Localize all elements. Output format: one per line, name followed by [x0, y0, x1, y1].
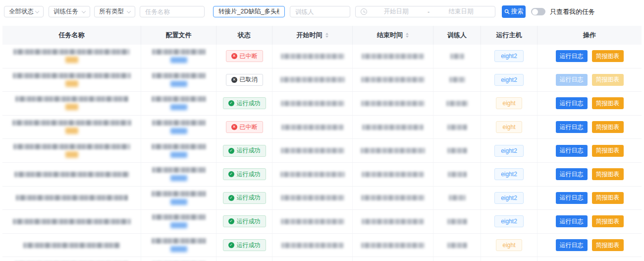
host-tag: eight2 — [494, 192, 524, 204]
report-chart-button[interactable]: 简报图表 — [592, 145, 624, 157]
cell-start-time — [272, 257, 353, 261]
header-start-time[interactable]: 开始时间 — [272, 26, 353, 45]
cell-host: eight2 — [481, 139, 537, 162]
report-chart-button[interactable]: 简报图表 — [592, 168, 624, 180]
toggle-knob — [532, 9, 538, 15]
report-chart-button[interactable]: 简报图表 — [592, 215, 624, 227]
run-log-button[interactable]: 运行日志 — [556, 168, 588, 180]
run-log-button[interactable]: 运行日志 — [556, 145, 588, 157]
status-icon: ✓ — [228, 242, 234, 248]
config-file-link[interactable] — [170, 222, 187, 228]
header-end-time[interactable]: 结束时间 — [353, 26, 433, 45]
cell-start-time — [272, 139, 353, 162]
run-log-button[interactable]: 运行日志 — [556, 50, 588, 62]
model-name-input[interactable] — [213, 6, 285, 17]
table-row: ✓ 运行成功 eight 运行日志 简报图表 — [2, 257, 642, 261]
host-tag: eight2 — [494, 215, 524, 227]
report-chart-button[interactable]: 简报图表 — [592, 97, 624, 109]
redacted-trainer — [447, 219, 467, 224]
header-trainer: 训练人 — [433, 26, 481, 45]
redacted-start-time — [280, 77, 345, 82]
report-chart-button[interactable]: 简报图表 — [592, 121, 624, 133]
cell-status: ✓ 运行成功 — [216, 163, 272, 186]
header-status: 状态 — [216, 26, 272, 45]
cell-task-name — [2, 257, 141, 261]
redacted-task-name — [12, 120, 131, 126]
task-name-input[interactable] — [140, 6, 205, 17]
config-file-link[interactable] — [170, 57, 187, 63]
trainer-input[interactable] — [290, 6, 350, 17]
sort-icon[interactable] — [406, 33, 409, 38]
cell-start-time — [272, 68, 353, 92]
status-badge: ✕ 已取消 — [226, 74, 263, 86]
cell-actions: 运行日志 简报图表 — [537, 139, 642, 162]
table-row: ✓ 运行成功 eight2 运行日志 简报图表 — [2, 139, 642, 163]
header-host: 运行主机 — [481, 26, 537, 45]
config-file-link[interactable] — [170, 81, 187, 87]
cell-trainer — [433, 139, 481, 162]
redacted-task-name — [13, 49, 130, 55]
redacted-trainer — [449, 195, 466, 200]
config-file-link[interactable] — [170, 175, 187, 181]
config-file-link[interactable] — [170, 152, 187, 158]
report-chart-button[interactable]: 简报图表 — [592, 239, 624, 251]
cell-host: eight2 — [481, 210, 537, 233]
redacted-task-name — [15, 96, 128, 102]
config-file-link[interactable] — [170, 128, 187, 134]
cell-task-name — [2, 163, 141, 186]
run-log-button[interactable]: 运行日志 — [556, 192, 588, 204]
cell-actions: 运行日志 简报图表 — [537, 187, 642, 210]
task-type-filter-value: 训练任务 — [54, 7, 78, 16]
config-file-link[interactable] — [170, 199, 187, 205]
redacted-end-time — [361, 77, 425, 82]
table-row: ✓ 运行成功 eight 运行日志 简报图表 — [2, 234, 642, 258]
cell-host: eight2 — [481, 163, 537, 186]
all-types-filter-select[interactable]: 所有类型 — [94, 6, 135, 17]
search-button[interactable]: 搜索 — [502, 5, 526, 18]
cell-end-time — [353, 139, 433, 162]
status-filter-select[interactable]: 全部状态 — [4, 6, 44, 17]
cell-config-file — [141, 210, 216, 233]
cell-status: ✓ 运行成功 — [216, 210, 272, 233]
redacted-start-time — [281, 101, 344, 106]
task-type-filter-select[interactable]: 训练任务 — [49, 6, 90, 17]
cell-start-time — [272, 163, 353, 186]
report-chart-button[interactable]: 简报图表 — [592, 74, 624, 86]
cell-end-time — [353, 116, 433, 139]
sort-icon[interactable] — [325, 33, 328, 38]
status-label: 运行成功 — [237, 241, 261, 250]
date-range-picker[interactable]: 开始日期 - 结束日期 — [355, 6, 495, 17]
status-badge: ✓ 运行成功 — [223, 168, 266, 180]
config-file-link[interactable] — [170, 246, 187, 252]
run-log-button[interactable]: 运行日志 — [556, 121, 588, 133]
table-body: ✕ 已中断 eight2 运行日志 简报图表 — [2, 45, 642, 261]
cell-actions: 运行日志 简报图表 — [537, 116, 642, 139]
status-icon: ✓ — [228, 100, 234, 106]
clock-icon — [361, 8, 367, 15]
report-chart-button[interactable]: 简报图表 — [592, 192, 624, 204]
cell-start-time — [272, 234, 353, 257]
end-date-placeholder: 结束日期 — [432, 7, 490, 16]
redacted-config-name — [152, 191, 206, 196]
search-button-label: 搜索 — [511, 7, 524, 16]
header-task-name: 任务名称 — [2, 26, 141, 45]
redacted-config-name — [152, 73, 206, 78]
cell-end-time — [353, 210, 433, 233]
cell-config-file — [141, 92, 216, 115]
run-log-button[interactable]: 运行日志 — [556, 215, 588, 227]
cell-status: ✓ 运行成功 — [216, 234, 272, 257]
run-log-button[interactable]: 运行日志 — [556, 74, 588, 86]
table-row: ✕ 已取消 eight2 运行日志 简报图表 — [2, 68, 642, 92]
status-label: 运行成功 — [237, 194, 261, 202]
cell-trainer — [433, 257, 481, 261]
redacted-end-time — [362, 54, 424, 59]
redacted-trainer — [448, 172, 467, 177]
run-log-button[interactable]: 运行日志 — [556, 239, 588, 251]
my-tasks-toggle[interactable] — [531, 8, 545, 15]
filter-bar: 全部状态 训练任务 所有类型 开始日期 - 结束日期 搜索 只查看我的任务 — [0, 0, 644, 26]
cell-config-file — [141, 68, 216, 92]
run-log-button[interactable]: 运行日志 — [556, 97, 588, 109]
config-file-link[interactable] — [170, 104, 187, 110]
report-chart-button[interactable]: 简报图表 — [592, 50, 624, 62]
cell-trainer — [433, 187, 481, 210]
